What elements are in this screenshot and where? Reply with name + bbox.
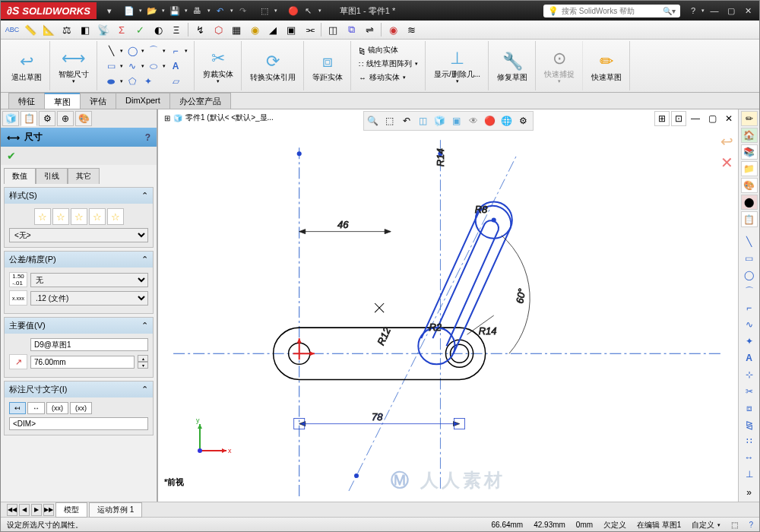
help-icon[interactable]: ?	[145, 132, 150, 143]
precision-dropdown[interactable]: .12 (文件)	[30, 291, 148, 306]
value-spinner[interactable]: ▴ ▾	[138, 355, 148, 369]
viewport-layout-icon[interactable]: ⊡	[671, 111, 686, 126]
deviation-icon[interactable]: ⬡	[210, 22, 226, 37]
tab-other[interactable]: 其它	[68, 168, 100, 184]
dimension-name-input[interactable]	[30, 338, 148, 351]
redo-icon[interactable]: ↷	[236, 4, 250, 17]
trim-tool[interactable]: ✂	[741, 384, 758, 399]
search-input[interactable]	[562, 7, 660, 15]
viewport-minimize-icon[interactable]: —	[688, 111, 703, 126]
viewport-close-icon[interactable]: ✕	[721, 111, 736, 126]
section-view-icon[interactable]: ◫	[416, 113, 431, 128]
point-tool[interactable]: ✦	[741, 334, 758, 349]
spline-tool[interactable]: ∿	[741, 317, 758, 332]
help-icon[interactable]: ?	[686, 4, 700, 17]
sketch-drawing[interactable]: 46 78 R14 R8 R14 R12 R2 60°	[158, 109, 738, 502]
text-tool-icon[interactable]: A	[169, 59, 182, 73]
flow-icon[interactable]: ≋	[403, 22, 420, 37]
curvature-icon[interactable]: ◉	[246, 22, 263, 37]
display-manager-tab[interactable]: 🎨	[75, 111, 92, 126]
spin-down[interactable]: ▾	[138, 362, 148, 369]
measure-icon[interactable]: 📐	[40, 22, 57, 37]
config-manager-tab[interactable]: ⚙	[39, 111, 55, 126]
pattern-tool[interactable]: ∷	[741, 433, 758, 448]
repair-sketch-button[interactable]: 🔧 修复草图	[494, 43, 530, 88]
scene-icon[interactable]: 🌐	[499, 113, 515, 128]
dropdown-icon[interactable]: ▾	[700, 4, 706, 17]
view-palette-icon[interactable]: 🎨	[741, 178, 758, 193]
dropdown-icon[interactable]: ▾	[206, 4, 212, 17]
tab-nav-next[interactable]: ▶	[31, 504, 42, 516]
ruler-icon[interactable]: 📏	[22, 22, 39, 37]
fillet-tool-icon[interactable]: ⌐	[169, 44, 182, 58]
tab-leaders[interactable]: 引线	[36, 168, 68, 184]
search-dropdown-icon[interactable]: 🔍▾	[663, 7, 676, 15]
text-below-button[interactable]: (xx)	[70, 402, 92, 414]
cursor-icon[interactable]: ↖	[302, 4, 315, 17]
tab-nav-first[interactable]: ◀◀	[7, 504, 17, 516]
tab-nav-last[interactable]: ▶▶	[43, 504, 54, 516]
minimize-button[interactable]: —	[706, 4, 723, 17]
mirror-entities-button[interactable]: ⧎镜向实体	[358, 44, 419, 56]
close-button[interactable]: ✕	[739, 4, 756, 17]
section-props-icon[interactable]: ◧	[77, 22, 93, 37]
tab-evaluate[interactable]: 评估	[80, 93, 116, 109]
line-tool[interactable]: ╲	[741, 234, 758, 249]
move-entities-button[interactable]: ↔移动实体▾	[358, 71, 419, 84]
feature-tree-flyout[interactable]: ⊞ 🧊 零件1 (默认< <默认>_显...	[164, 112, 274, 123]
circle-tool-icon[interactable]: ◯	[125, 44, 139, 58]
text-header[interactable]: 标注尺寸文字(I) ⌃	[5, 382, 153, 397]
dimension-tool[interactable]: ↔	[741, 450, 758, 465]
ok-button[interactable]: ✔	[7, 150, 16, 162]
appearances-icon[interactable]: ⬤	[741, 195, 758, 210]
smart-dimension-button[interactable]: ⟷ 智能尺寸 ▾	[55, 43, 92, 88]
dimension-text-input[interactable]	[9, 417, 148, 430]
check-icon[interactable]: ✓	[131, 22, 148, 37]
rect-tool[interactable]: ▭	[741, 251, 758, 266]
collapse-icon[interactable]: ⌃	[141, 255, 148, 264]
tab-features[interactable]: 特征	[8, 93, 45, 109]
spline-tool-icon[interactable]: ∿	[125, 59, 139, 73]
tab-dimxpert[interactable]: DimXpert	[116, 93, 170, 109]
tab-motion-study[interactable]: 运动算例 1	[89, 502, 142, 518]
expand-icon[interactable]: »	[741, 485, 758, 500]
polygon-tool-icon[interactable]: ⬠	[125, 74, 139, 88]
ellipse-tool-icon[interactable]: ⬭	[147, 59, 160, 73]
symmetry-icon[interactable]: ⇌	[361, 22, 378, 37]
quick-sketch-button[interactable]: ✏ 快速草图	[588, 43, 625, 88]
tab-value[interactable]: 数值	[4, 168, 36, 184]
view-settings-icon[interactable]: ⚙	[516, 113, 531, 128]
convert-entities-button[interactable]: ⟳ 转换实体引用	[247, 43, 299, 88]
collapse-icon[interactable]: ⌃	[141, 191, 148, 201]
style-fav-1[interactable]: ☆	[34, 208, 51, 225]
linear-pattern-button[interactable]: ∷线性草图阵列▾	[358, 58, 419, 70]
maximize-button[interactable]: ▢	[723, 4, 739, 17]
centerline-tool[interactable]: ⊹	[741, 367, 758, 382]
fillet-tool[interactable]: ⌐	[741, 300, 758, 315]
arc-tool[interactable]: ⌒	[741, 284, 758, 299]
sketch-cancel-icon[interactable]: ✕	[720, 154, 733, 172]
design-library-icon[interactable]: 📚	[741, 144, 758, 160]
tab-office[interactable]: 办公室产品	[169, 93, 231, 109]
tab-sketch[interactable]: 草图	[44, 93, 81, 109]
save-icon[interactable]: 💾	[168, 4, 182, 17]
style-dropdown[interactable]: <无>	[9, 228, 148, 242]
dimension-value-input[interactable]	[30, 356, 135, 369]
equations-icon[interactable]: Ξ	[168, 22, 185, 37]
statistics-icon[interactable]: Σ	[113, 22, 130, 37]
help-icon[interactable]: ?	[749, 521, 753, 529]
collapse-icon[interactable]: ⌃	[141, 321, 148, 331]
dropdown-icon[interactable]: ▾	[317, 4, 323, 17]
text-above-button[interactable]: (xx)	[46, 402, 68, 414]
offset-entities-button[interactable]: ⧈ 等距实体	[309, 43, 346, 88]
circle-tool[interactable]: ◯	[741, 268, 758, 283]
sketch-confirm-icon[interactable]: ↩	[720, 132, 733, 150]
spin-up[interactable]: ▴	[138, 355, 148, 362]
hide-show-icon[interactable]: 👁	[466, 113, 481, 128]
geometry-analysis-icon[interactable]: ◐	[150, 22, 166, 37]
feature-tree-tab[interactable]: 🧊	[2, 111, 19, 126]
relations-tool[interactable]: ⊥	[741, 467, 758, 482]
primary-header[interactable]: 主要值(V) ⌃	[5, 318, 153, 334]
rebuild-icon[interactable]: 🔴	[287, 4, 300, 17]
tab-nav-prev[interactable]: ◀	[19, 504, 30, 516]
